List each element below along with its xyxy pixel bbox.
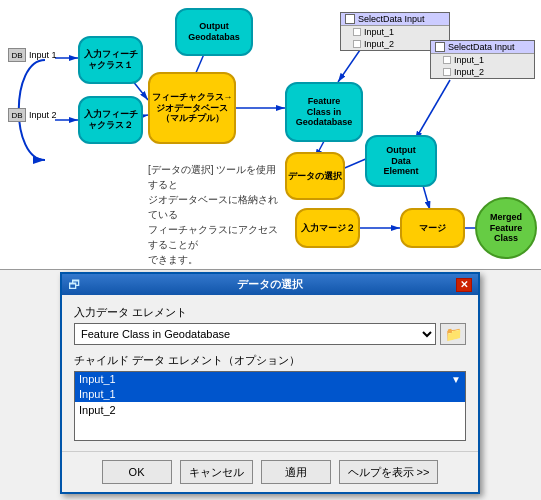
merge-box: マージ: [400, 208, 465, 248]
diagram-area: DB Input 1 DB Input 2 Output Geodatabas …: [0, 0, 541, 270]
select-data1-item1: Input_1: [341, 26, 449, 38]
folder-button[interactable]: 📁: [440, 323, 466, 345]
child-data-element-label: チャイルド データ エレメント（オプション）: [74, 353, 466, 368]
input-merge2-box: 入力マージ２: [295, 208, 360, 248]
output-data-element-box: Output Data Element: [365, 135, 437, 187]
output-geodatabase-box: Output Geodatabas: [175, 8, 253, 56]
select-data2-item2: Input_2: [431, 66, 534, 78]
dialog-titlebar: 🗗 データの選択 ✕: [62, 274, 478, 295]
listbox-item-input1[interactable]: Input_1: [75, 386, 465, 402]
help-button[interactable]: ヘルプを表示 >>: [339, 460, 439, 484]
child-data-listbox[interactable]: Input_1 ▼ Input_1 Input_2: [74, 371, 466, 441]
ok-button[interactable]: OK: [102, 460, 172, 484]
feature-class-geodatabase-box: Feature Class in Geodatabase: [285, 82, 363, 142]
svg-line-11: [415, 80, 450, 140]
input-feature2-box: 入力フィーチャクラス２: [78, 96, 143, 144]
select-data-dialog: 🗗 データの選択 ✕ 入力データ エレメント Feature Class in …: [60, 272, 480, 494]
cancel-button[interactable]: キャンセル: [180, 460, 253, 484]
input1-label: DB Input 1: [8, 48, 57, 62]
apply-button[interactable]: 適用: [261, 460, 331, 484]
dialog-body: 入力データ エレメント Feature Class in Geodatabase…: [62, 295, 478, 451]
dialog-close-button[interactable]: ✕: [456, 278, 472, 292]
input2-label: DB Input 2: [8, 108, 57, 122]
dialog-title: データの選択: [237, 277, 303, 292]
input-data-element-label: 入力データ エレメント: [74, 305, 466, 320]
select-data2-item1: Input_1: [431, 54, 534, 66]
listbox-item-input2[interactable]: Input_2: [75, 402, 465, 418]
select-data2-header: SelectData Input: [431, 41, 534, 54]
fc-to-geodatabase-box: フィーチャクラス→ジオデータベース（マルチプル）: [148, 72, 236, 144]
input-data-element-row: Feature Class in Geodatabase 📁: [74, 323, 466, 345]
input-feature1-box: 入力フィーチャクラス１: [78, 36, 143, 84]
input-data-element-select[interactable]: Feature Class in Geodatabase: [74, 323, 436, 345]
svg-line-8: [338, 50, 360, 82]
listbox-header-row: Input_1 ▼: [75, 372, 465, 386]
select-data1-header: SelectData Input: [341, 13, 449, 26]
select-data2-box: SelectData Input Input_1 Input_2: [430, 40, 535, 79]
merged-feature-class-box: Merged Feature Class: [475, 197, 537, 259]
annotation-text: [データの選択] ツールを使用すると ジオデータベースに格納されている フィーチ…: [148, 162, 283, 267]
data-selection-box: データの選択: [285, 152, 345, 200]
dialog-footer: OK キャンセル 適用 ヘルプを表示 >>: [62, 451, 478, 492]
